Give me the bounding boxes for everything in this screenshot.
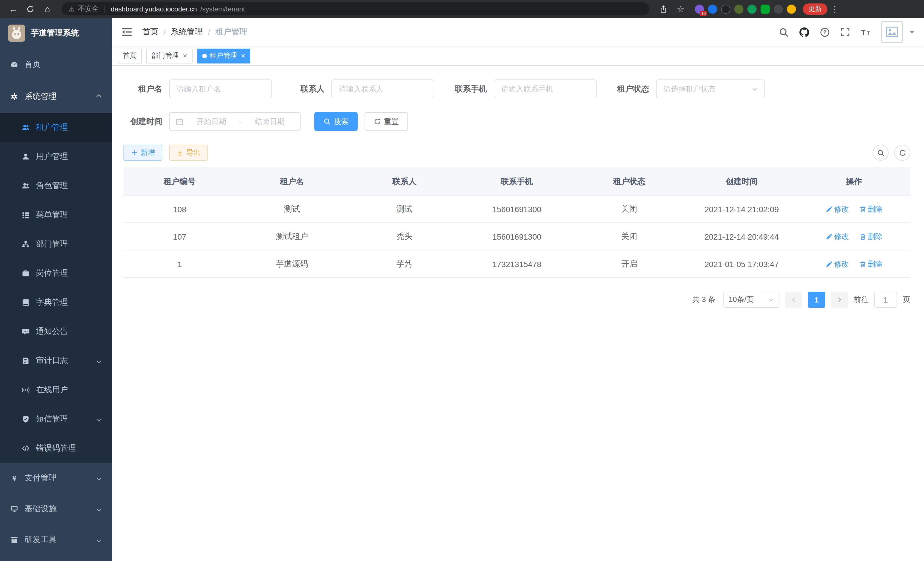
extension-icon[interactable] — [747, 4, 757, 14]
cell-tenant-name: 测试租户 — [236, 223, 348, 250]
sidebar-item-system[interactable]: 系统管理 — [0, 81, 112, 113]
breadcrumb-system[interactable]: 系统管理 — [171, 27, 203, 37]
goto-page-input[interactable] — [874, 292, 897, 308]
toggle-search-button[interactable] — [873, 145, 889, 161]
gear-icon — [10, 93, 18, 101]
sidebar-item-online-users[interactable]: 在线用户 — [0, 375, 112, 404]
search-icon[interactable] — [775, 23, 792, 41]
trash-icon — [859, 206, 866, 212]
filter-create-time: 创建时间 开始日期 - 结束日期 — [123, 112, 301, 131]
tag-tenant[interactable]: 租户管理 × — [197, 48, 250, 63]
reset-button[interactable]: 重置 — [364, 112, 408, 131]
tag-home[interactable]: 首页 — [118, 48, 142, 63]
date-range-picker[interactable]: 开始日期 - 结束日期 — [169, 112, 301, 131]
bookmark-star-icon[interactable]: ☆ — [673, 2, 688, 16]
toolbar-right — [873, 145, 910, 161]
browser-menu-icon[interactable]: ⋮ — [830, 4, 840, 14]
avatar[interactable] — [881, 21, 903, 43]
tenant-name-input[interactable] — [169, 80, 272, 98]
sidebar-item-audit-log[interactable]: 审计日志 — [0, 346, 112, 375]
sidebar-item-dev-tools[interactable]: 研发工具 — [0, 524, 112, 555]
sidebar-item-pay[interactable]: ¥ 支付管理 — [0, 463, 112, 493]
logo-image — [8, 25, 25, 42]
profile-avatar-icon[interactable] — [787, 4, 796, 14]
sidebar-item-dept[interactable]: 部门管理 — [0, 229, 112, 259]
chrome-update-button[interactable]: 更新 — [803, 3, 827, 15]
column-header: 租户状态 — [573, 168, 686, 195]
total-count: 共 3 条 — [692, 295, 716, 305]
sidebar-item-menu[interactable]: 菜单管理 — [0, 200, 112, 229]
briefcase-icon — [22, 269, 30, 277]
avatar-caret-icon[interactable] — [910, 31, 914, 33]
back-icon[interactable]: ← — [6, 2, 21, 16]
extension-icon[interactable] — [774, 4, 783, 14]
tag-close-icon[interactable]: × — [183, 52, 187, 59]
tag-close-icon[interactable]: × — [241, 52, 245, 59]
sidebar-item-home[interactable]: 首页 — [0, 49, 112, 81]
refresh-icon — [898, 149, 906, 156]
extension-icon[interactable]: 10 — [695, 4, 704, 14]
mobile-input[interactable] — [494, 80, 597, 98]
sidebar-item-tenant[interactable]: 租户管理 — [0, 113, 112, 142]
search-button[interactable]: 搜索 — [314, 112, 358, 131]
column-header: 租户名 — [236, 168, 348, 195]
page-number-button[interactable]: 1 — [808, 292, 825, 308]
edit-button[interactable]: 修改 — [825, 259, 849, 269]
table-header-row: 租户编号 租户名 联系人 联系手机 租户状态 创建时间 操作 — [123, 168, 910, 195]
chevron-down-icon — [97, 358, 101, 363]
tag-dept[interactable]: 部门管理 × — [146, 48, 192, 63]
edit-label: 修改 — [834, 231, 849, 242]
address-bar[interactable]: ⚠ 不安全 dashboard.yudao.iocoder.cn/system/… — [62, 2, 649, 15]
tags-bar: 首页 部门管理 × 租户管理 × — [112, 46, 924, 66]
sidebar-item-infra[interactable]: 基础设施 — [0, 493, 112, 524]
delete-label: 删除 — [868, 204, 883, 214]
status-placeholder: 请选择租户状态 — [663, 84, 748, 94]
url-host: dashboard.yudao.iocoder.cn — [111, 5, 197, 13]
add-button[interactable]: 新增 — [123, 145, 162, 161]
edit-button[interactable]: 修改 — [825, 231, 849, 242]
breadcrumb-home[interactable]: 首页 — [142, 27, 158, 37]
edit-button[interactable]: 修改 — [825, 204, 849, 214]
sidebar-item-dict[interactable]: 字典管理 — [0, 288, 112, 317]
sidebar-item-role[interactable]: 角色管理 — [0, 171, 112, 200]
sidebar-item-user[interactable]: 用户管理 — [0, 142, 112, 171]
extension-icon[interactable] — [721, 4, 730, 14]
github-icon[interactable] — [795, 23, 813, 41]
sidebar-item-label: 字典管理 — [36, 297, 68, 307]
breadcrumb-separator: / — [208, 27, 210, 37]
column-header: 租户编号 — [123, 168, 236, 195]
contact-input[interactable] — [332, 80, 434, 98]
sidebar-item-sms[interactable]: 短信管理 — [0, 404, 112, 433]
extension-icon[interactable] — [734, 4, 743, 14]
sidebar-item-post[interactable]: 岗位管理 — [0, 259, 112, 288]
prev-page-button[interactable] — [785, 292, 802, 308]
sidebar-item-label: 短信管理 — [36, 414, 68, 424]
start-date-placeholder: 开始日期 — [187, 116, 236, 127]
font-size-icon[interactable]: TT — [857, 23, 874, 41]
fullscreen-icon[interactable] — [837, 23, 854, 41]
sidebar-toggle-button[interactable] — [121, 26, 133, 38]
delete-button[interactable]: 删除 — [859, 204, 883, 214]
cell-status: 关闭 — [573, 195, 686, 223]
next-page-button[interactable] — [831, 292, 848, 308]
top-navbar: 首页 / 系统管理 / 租户管理 ? — [112, 18, 924, 46]
home-icon[interactable]: ⌂ — [40, 2, 55, 16]
delete-button[interactable]: 删除 — [859, 259, 883, 269]
extension-icon[interactable] — [760, 4, 770, 14]
page-size-select[interactable]: 10条/页 — [723, 292, 779, 308]
sidebar-item-error-code[interactable]: 错误码管理 — [0, 433, 112, 463]
reload-icon[interactable] — [23, 2, 38, 16]
share-icon[interactable] — [656, 2, 671, 16]
help-icon[interactable]: ? — [816, 23, 833, 41]
export-button[interactable]: 导出 — [169, 145, 208, 161]
export-button-label: 导出 — [186, 148, 201, 158]
refresh-table-button[interactable] — [894, 145, 910, 161]
sidebar-item-notice[interactable]: 通知公告 — [0, 317, 112, 346]
url-divider — [105, 5, 105, 12]
status-select[interactable]: 请选择租户状态 — [656, 80, 765, 98]
delete-label: 删除 — [868, 259, 883, 269]
yen-icon: ¥ — [10, 474, 18, 482]
delete-button[interactable]: 删除 — [859, 231, 883, 242]
sidebar-item-label: 角色管理 — [36, 180, 68, 191]
extension-icon[interactable] — [708, 4, 717, 14]
